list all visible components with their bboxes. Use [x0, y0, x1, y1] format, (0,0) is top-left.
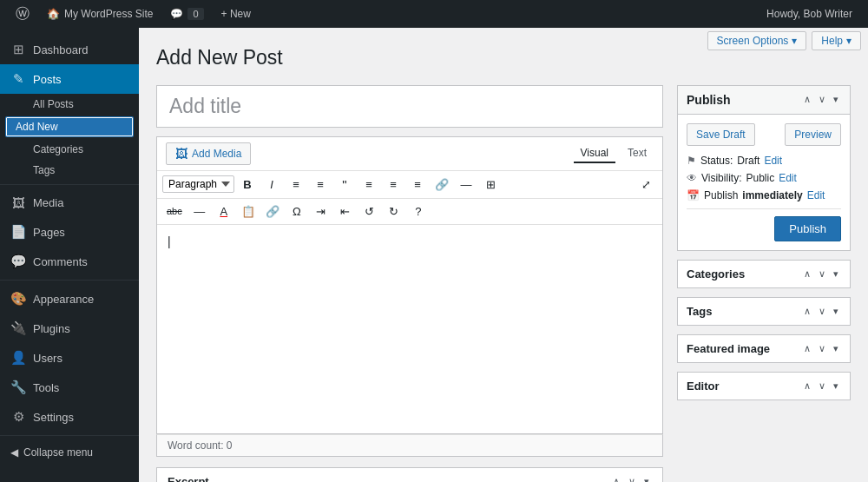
categories-metabox-header[interactable]: Categories ∧ ∨ ▾ [678, 261, 850, 287]
howdy-item[interactable]: Howdy, Bob Writer [758, 0, 861, 28]
collapse-menu-item[interactable]: ◀ Collapse menu [0, 439, 139, 465]
categories-title: Categories [687, 267, 745, 281]
publish-time-edit-link[interactable]: Edit [807, 189, 825, 201]
categories-label: Categories [33, 143, 83, 155]
undo-button[interactable]: ↺ [358, 202, 381, 221]
toolbar-row-1: Paragraph B I ≡ ≡ " ≡ ≡ ≡ 🔗 — [157, 171, 662, 199]
featured-image-metabox-header[interactable]: Featured image ∧ ∨ ▾ [678, 335, 850, 362]
visibility-edit-link[interactable]: Edit [779, 172, 797, 184]
italic-button[interactable]: I [260, 175, 283, 194]
tags-down-button[interactable]: ∨ [816, 305, 828, 318]
comments-item[interactable]: 💬 0 [161, 0, 212, 28]
featured-image-down-button[interactable]: ∨ [816, 342, 828, 355]
sidebar-item-media[interactable]: 🖼 Media [0, 188, 139, 217]
sidebar-subitem-tags[interactable]: Tags [0, 160, 139, 181]
tab-text[interactable]: Text [621, 144, 654, 163]
tags-title: Tags [687, 305, 712, 318]
editor-up-button[interactable]: ∧ [801, 380, 813, 393]
publish-metabox: Publish ∧ ∨ ▾ Save Draft Preview [677, 85, 851, 251]
special-char-button[interactable]: Ω [286, 202, 308, 221]
comments-icon: 💬 [10, 254, 26, 269]
insert-link-button[interactable]: 🔗 [261, 202, 284, 221]
sidebar-subitem-add-new[interactable]: Add New [5, 116, 134, 137]
sidebar-item-pages[interactable]: 📄 Pages [0, 217, 139, 247]
excerpt-up-button[interactable]: ∧ [610, 475, 622, 482]
link-button[interactable]: 🔗 [431, 175, 453, 194]
screen-options-button[interactable]: Screen Options ▾ [707, 31, 807, 50]
publish-metabox-header[interactable]: Publish ∧ ∨ ▾ [678, 86, 850, 115]
redo-button[interactable]: ↻ [383, 202, 405, 221]
paste-from-word-button[interactable]: 📋 [237, 202, 260, 221]
align-center-button[interactable]: ≡ [382, 175, 404, 194]
editor-metabox: Editor ∧ ∨ ▾ [677, 372, 851, 400]
blockquote-button[interactable]: " [333, 175, 356, 195]
publish-up-button[interactable]: ∧ [801, 93, 813, 106]
pages-icon: 📄 [10, 224, 26, 240]
ordered-list-button[interactable]: ≡ [309, 175, 332, 194]
align-left-button[interactable]: ≡ [358, 175, 380, 194]
hr-button[interactable]: — [455, 175, 477, 194]
featured-image-up-button[interactable]: ∧ [801, 342, 813, 355]
toolbar-toggle-button[interactable]: ⤢ [635, 175, 657, 194]
featured-image-dropdown-button[interactable]: ▾ [831, 342, 841, 355]
tags-dropdown-button[interactable]: ▾ [831, 305, 841, 318]
wp-logo-item[interactable]: ⓦ [7, 0, 38, 28]
editor-dropdown-button[interactable]: ▾ [831, 380, 841, 393]
appearance-icon: 🎨 [10, 291, 26, 307]
categories-up-button[interactable]: ∧ [801, 267, 813, 281]
excerpt-metabox-header[interactable]: Excerpt ∧ ∨ ▾ [157, 468, 662, 482]
align-right-button[interactable]: ≡ [406, 175, 429, 194]
tags-up-button[interactable]: ∧ [801, 305, 813, 318]
sidebar-item-comments[interactable]: 💬 Comments [0, 247, 139, 276]
editor-body[interactable]: | [157, 225, 662, 433]
add-media-button[interactable]: 🖼 Add Media [166, 142, 251, 165]
sidebar-item-dashboard[interactable]: ⊞ Dashboard [0, 35, 139, 64]
preview-button[interactable]: Preview [785, 123, 841, 146]
publish-down-button[interactable]: ∨ [816, 93, 828, 106]
post-title-input[interactable] [156, 85, 663, 128]
editor-metabox-header[interactable]: Editor ∧ ∨ ▾ [678, 373, 850, 399]
paragraph-select[interactable]: Paragraph [162, 175, 234, 193]
publish-dropdown-button[interactable]: ▾ [831, 93, 841, 106]
sidebar-subitem-categories[interactable]: Categories [0, 139, 139, 160]
indent-button[interactable]: ⇥ [310, 202, 332, 221]
excerpt-dropdown-button[interactable]: ▾ [641, 475, 652, 482]
publish-time-row: 📅 Publish immediately Edit [687, 189, 841, 201]
excerpt-down-button[interactable]: ∨ [626, 475, 638, 482]
sidebar-item-tools[interactable]: 🔧 Tools [0, 373, 139, 402]
table-button[interactable]: ⊞ [479, 175, 502, 194]
categories-down-button[interactable]: ∨ [816, 267, 828, 281]
sidebar-item-users[interactable]: 👤 Users [0, 343, 139, 373]
bold-button[interactable]: B [236, 175, 259, 194]
categories-dropdown-button[interactable]: ▾ [831, 267, 841, 281]
save-draft-button[interactable]: Save Draft [687, 123, 755, 146]
text-color-button[interactable]: A [213, 202, 235, 221]
status-edit-link[interactable]: Edit [764, 155, 782, 167]
main-wrapper: ⊞ Dashboard ✎ Posts All Posts Add New Ca… [0, 28, 868, 482]
sidebar-item-appearance[interactable]: 🎨 Appearance [0, 284, 139, 314]
tags-metabox-header[interactable]: Tags ∧ ∨ ▾ [678, 298, 850, 325]
help-toolbar-button[interactable]: ? [407, 202, 430, 221]
tab-visual[interactable]: Visual [574, 144, 615, 163]
help-label: Help [821, 35, 843, 47]
outdent-button[interactable]: ⇤ [334, 202, 357, 221]
sidebar-item-posts[interactable]: ✎ Posts [0, 64, 139, 94]
sidebar-item-label-tools: Tools [33, 381, 59, 394]
sidebar-subitem-all-posts[interactable]: All Posts [0, 94, 139, 115]
site-name-item[interactable]: 🏠 My WordPress Site [38, 0, 161, 28]
editor-down-button[interactable]: ∨ [816, 380, 828, 393]
new-content-item[interactable]: + New [213, 0, 260, 28]
strikethrough-button[interactable]: abc [162, 203, 187, 219]
help-button[interactable]: Help ▾ [812, 31, 861, 50]
publish-box-body: Save Draft Preview ⚑ Status: Draft Edit … [678, 115, 850, 250]
horizontal-rule-button[interactable]: — [188, 202, 211, 221]
help-chevron: ▾ [846, 35, 852, 47]
sidebar-item-settings[interactable]: ⚙ Settings [0, 402, 139, 432]
publish-top-actions: Save Draft Preview [687, 123, 841, 146]
unordered-list-button[interactable]: ≡ [285, 175, 307, 194]
sidebar-item-plugins[interactable]: 🔌 Plugins [0, 314, 139, 343]
editor-footer: Word count: 0 [156, 434, 663, 457]
publish-button[interactable]: Publish [774, 216, 841, 241]
editor-layout: 🖼 Add Media Visual Text Paragraph [156, 85, 851, 482]
new-label: + New [221, 8, 251, 20]
